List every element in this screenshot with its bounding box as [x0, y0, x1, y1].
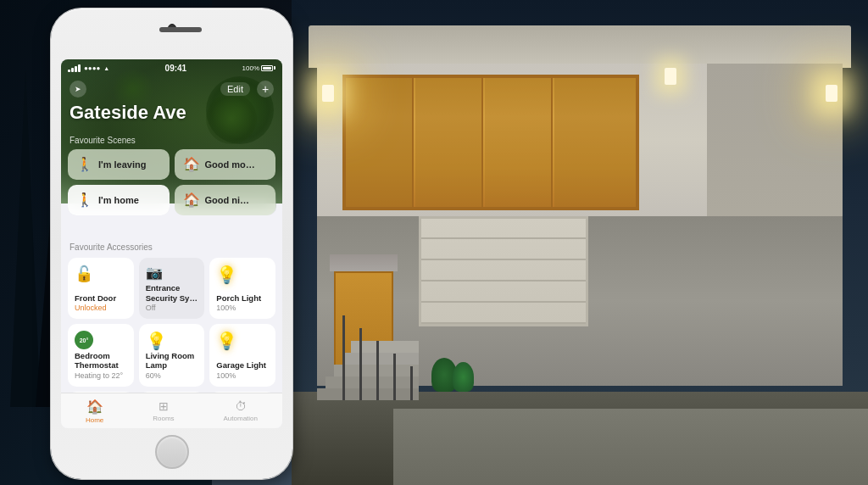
- wifi-icon: ▲: [103, 65, 109, 71]
- camera-icon-container: 📷: [146, 265, 198, 281]
- screen-toolbar: ➤ Edit +: [61, 76, 282, 102]
- bottom-navigation: 🏠 Home ⊞ Rooms ⏱ Automation: [61, 393, 282, 428]
- entrance-security-status: Off: [146, 304, 198, 312]
- front-door-status: Unlocked: [75, 304, 127, 312]
- front-door-name: Front Door: [75, 293, 127, 303]
- phone-body: ●●●● ▲ 09:41 100% ➤: [51, 8, 292, 479]
- scenes-section: Favourite Scenes 🚶 I'm leaving 🏠 Good mo…: [61, 136, 282, 215]
- nav-home[interactable]: 🏠 Home: [86, 399, 103, 424]
- nav-rooms[interactable]: ⊞ Rooms: [153, 399, 174, 422]
- home-nav-label: Home: [86, 416, 103, 424]
- garage-light-name: Garage Light: [216, 360, 269, 370]
- bedroom-thermostat-status: Heating to 22°: [75, 371, 127, 380]
- scene-leaving-name: I'm leaving: [98, 159, 146, 170]
- porch-light-icon: 💡: [216, 265, 269, 285]
- garage-bulb-icon-container: 💡: [216, 331, 269, 351]
- rooms-nav-icon: ⊞: [159, 399, 169, 413]
- bulb-dim-icon-container: 💡: [146, 331, 198, 351]
- carrier-name: ●●●●: [84, 64, 100, 72]
- security-camera-icon: 📷: [146, 265, 198, 281]
- location-button[interactable]: ➤: [70, 81, 86, 98]
- scene-night-name: Good ni…: [205, 195, 250, 205]
- add-button[interactable]: +: [257, 81, 274, 98]
- scene-night-icon: 🏠: [183, 193, 200, 207]
- living-room-lamp-icon: 💡: [146, 331, 198, 351]
- porch-light-name: Porch Light: [216, 293, 269, 303]
- garage-light-icon: 💡: [216, 331, 269, 351]
- status-time: 09:41: [165, 64, 187, 73]
- scene-morning-name: Good mo…: [205, 159, 255, 170]
- bedroom-thermostat-name: Bedroom Thermostat: [75, 351, 127, 371]
- accessory-bedroom-thermostat[interactable]: 20° Bedroom Thermostat Heating to 22°: [68, 324, 134, 387]
- garage-light-status: 100%: [216, 371, 269, 380]
- accessory-front-door[interactable]: 🔓 Front Door Unlocked: [68, 258, 134, 319]
- toolbar-actions: Edit +: [220, 81, 274, 98]
- bulb-on-icon-container: 💡: [216, 265, 269, 285]
- house-structure: [292, 0, 868, 485]
- scene-im-home[interactable]: 🚶 I'm home: [68, 185, 170, 215]
- accessories-grid: 🔓 Front Door Unlocked 📷: [68, 258, 275, 387]
- home-nav-icon: 🏠: [86, 399, 103, 415]
- accessory-living-room-lamp[interactable]: 💡 Living Room Lamp 60%: [139, 324, 205, 387]
- phone-speaker: [159, 27, 202, 32]
- screen-background: ●●●● ▲ 09:41 100% ➤: [61, 59, 282, 428]
- living-room-lamp-status: 60%: [146, 371, 198, 380]
- edit-button[interactable]: Edit: [220, 82, 250, 96]
- home-title: Gateside Ave: [70, 102, 186, 124]
- accessory-porch-light[interactable]: 💡 Porch Light 100%: [209, 258, 275, 319]
- scene-good-morning[interactable]: 🏠 Good mo…: [175, 149, 276, 180]
- porch-light-status: 100%: [216, 304, 269, 312]
- scene-leaving[interactable]: 🚶 I'm leaving: [68, 149, 170, 180]
- automation-nav-icon: ⏱: [235, 399, 247, 413]
- scene-home-name: I'm home: [98, 195, 139, 205]
- accessories-section: Favourite Accessories 🔓 Front Door Unloc…: [61, 237, 282, 393]
- battery-percent: 100%: [242, 64, 259, 72]
- iphone-mockup: ●●●● ▲ 09:41 100% ➤: [51, 8, 292, 479]
- status-bar: ●●●● ▲ 09:41 100%: [61, 59, 282, 76]
- thermostat-icon: 20°: [75, 331, 93, 349]
- thermostat-icon-container: 20°: [75, 331, 127, 349]
- living-room-lamp-name: Living Room Lamp: [146, 351, 198, 371]
- battery-icon: [261, 65, 275, 71]
- phone-screen: ●●●● ▲ 09:41 100% ➤: [61, 59, 282, 428]
- rooms-nav-label: Rooms: [153, 415, 174, 422]
- scenes-section-label: Favourite Scenes: [68, 136, 275, 145]
- scene-morning-icon: 🏠: [183, 158, 200, 171]
- accessory-garage-light[interactable]: 💡 Garage Light 100%: [209, 324, 275, 387]
- nav-automation[interactable]: ⏱ Automation: [224, 399, 258, 422]
- battery-area: 100%: [242, 64, 275, 72]
- scene-good-night[interactable]: 🏠 Good ni…: [175, 185, 276, 215]
- lock-icon-container: 🔓: [75, 265, 127, 283]
- signal-area: ●●●● ▲: [68, 64, 109, 72]
- scene-leaving-icon: 🚶: [76, 158, 93, 171]
- signal-bars: [68, 64, 81, 72]
- accessories-section-label: Favourite Accessories: [68, 237, 275, 254]
- accessory-entrance-security[interactable]: 📷 Entrance Security Sy… Off: [139, 258, 205, 319]
- scene-home-icon: 🚶: [76, 193, 93, 207]
- automation-nav-label: Automation: [224, 415, 258, 422]
- entrance-security-name: Entrance Security Sy…: [146, 283, 198, 303]
- lock-icon: 🔓: [75, 265, 127, 283]
- home-button[interactable]: [155, 435, 189, 469]
- scenes-grid: 🚶 I'm leaving 🏠 Good mo… 🚶 I'm home: [68, 149, 275, 215]
